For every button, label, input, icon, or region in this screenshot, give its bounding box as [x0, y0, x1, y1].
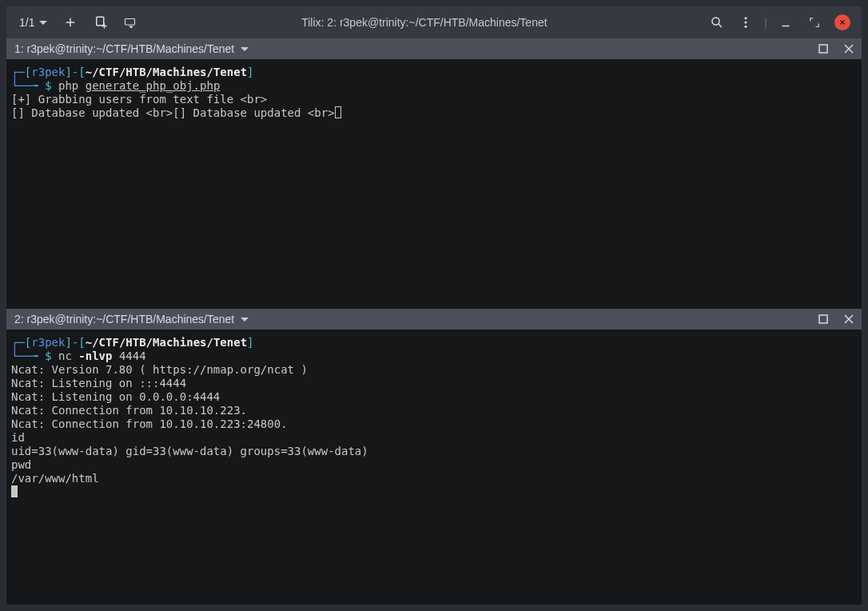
pane-maximize-icon[interactable] — [818, 314, 828, 324]
app-inner: 1/1 — [6, 6, 862, 605]
bracket-icon: [ — [78, 336, 85, 349]
pane-1-controls — [818, 44, 854, 54]
add-terminal-button[interactable] — [57, 9, 84, 36]
prompt-user: r3pek — [31, 66, 65, 78]
pane-1-title: 1: r3pek@trinity:~/CTF/HTB/Machines/Tene… — [14, 42, 234, 55]
cmd-prefix: php — [58, 79, 86, 92]
svg-line-7 — [719, 24, 723, 27]
pane-2-header[interactable]: 2: r3pek@trinity:~/CTF/HTB/Machines/Tene… — [6, 309, 862, 329]
chevron-down-icon — [39, 21, 47, 25]
dollar-icon: $ — [45, 79, 58, 92]
titlebar-right: | — [703, 9, 855, 36]
terminal-pane-2: 2: r3pek@trinity:~/CTF/HTB/Machines/Tene… — [6, 309, 862, 605]
titlebar: 1/1 — [6, 6, 862, 38]
pane-close-icon[interactable] — [844, 314, 854, 324]
search-button[interactable] — [703, 9, 731, 36]
pane-2-title-wrap: 2: r3pek@trinity:~/CTF/HTB/Machines/Tene… — [14, 313, 249, 325]
svg-rect-14 — [819, 45, 827, 53]
cmd-prefix: nc — [58, 349, 78, 362]
output-line: uid=33(www-data) gid=33(www-data) groups… — [11, 445, 368, 457]
chevron-down-icon — [241, 47, 249, 51]
pane-2-controls — [818, 314, 854, 324]
cmd-flags: -nlvp — [78, 349, 112, 362]
bracket-icon: [ — [78, 66, 85, 78]
chevron-down-icon — [241, 317, 249, 321]
output-line: [+] Grabbing users from text file <br> — [11, 93, 267, 106]
cmd-arg: generate_php_obj.php — [86, 79, 221, 92]
svg-point-10 — [745, 26, 747, 28]
dollar-icon: $ — [45, 349, 58, 362]
output-line: Ncat: Connection from 10.10.10.223:24800… — [11, 417, 288, 430]
output-line: Ncat: Connection from 10.10.10.223. — [11, 404, 247, 417]
prompt-path: ~/CTF/HTB/Machines/Tenet — [86, 66, 247, 78]
pane-close-icon[interactable] — [844, 44, 854, 54]
prompt-user: r3pek — [31, 336, 65, 349]
titlebar-left: 1/1 — [13, 9, 145, 36]
output-line: pwd — [11, 458, 31, 471]
svg-point-9 — [745, 22, 747, 24]
output-line: /var/www/html — [11, 472, 99, 485]
svg-rect-17 — [819, 315, 827, 323]
prompt-path: ~/CTF/HTB/Machines/Tenet — [86, 336, 247, 349]
terminal-pane-1: 1: r3pek@trinity:~/CTF/HTB/Machines/Tene… — [6, 38, 862, 309]
bracket-icon: ] — [247, 66, 253, 78]
cursor-icon — [11, 485, 18, 497]
svg-point-8 — [745, 17, 747, 19]
pane-1-title-wrap: 1: r3pek@trinity:~/CTF/HTB/Machines/Tene… — [14, 42, 249, 55]
pane-1-header[interactable]: 1: r3pek@trinity:~/CTF/HTB/Machines/Tene… — [6, 38, 862, 59]
close-button[interactable] — [834, 14, 850, 30]
bracket-icon: ] — [65, 336, 71, 349]
terminal-1[interactable]: ┌─[r3pek]-[~/CTF/HTB/Machines/Tenet] └──… — [6, 59, 862, 309]
output-line: Ncat: Listening on :::4444 — [11, 377, 186, 389]
output-line: id — [11, 431, 25, 444]
session-switcher[interactable]: 1/1 — [13, 13, 54, 32]
terminal-2[interactable]: ┌─[r3pek]-[~/CTF/HTB/Machines/Tenet] └──… — [6, 329, 862, 605]
cmd-port: 4444 — [112, 349, 145, 362]
pane-maximize-icon[interactable] — [818, 44, 828, 54]
separator: | — [761, 16, 770, 29]
app-window: 1/1 — [0, 0, 868, 611]
maximize-button[interactable] — [801, 9, 828, 36]
session-label: 1/1 — [19, 16, 34, 29]
add-terminal-down-button[interactable] — [87, 9, 114, 36]
svg-point-6 — [712, 18, 719, 25]
output-line: Ncat: Listening on 0.0.0.0:4444 — [11, 390, 220, 403]
menu-button[interactable] — [732, 9, 759, 36]
cursor-icon — [335, 106, 341, 118]
pane-2-title: 2: r3pek@trinity:~/CTF/HTB/Machines/Tene… — [14, 313, 234, 325]
minimize-button[interactable] — [772, 9, 799, 36]
output-line: Ncat: Version 7.80 ( https://nmap.org/nc… — [11, 363, 308, 376]
output-line: [] Database updated <br>[] Database upda… — [11, 106, 335, 119]
bracket-icon: ] — [247, 336, 253, 349]
svg-rect-2 — [97, 17, 104, 26]
window-title: Tilix: 2: r3pek@trinity:~/CTF/HTB/Machin… — [145, 16, 703, 29]
sync-input-button[interactable] — [117, 9, 145, 36]
bracket-icon: ] — [65, 66, 71, 78]
svg-rect-5 — [125, 19, 135, 26]
